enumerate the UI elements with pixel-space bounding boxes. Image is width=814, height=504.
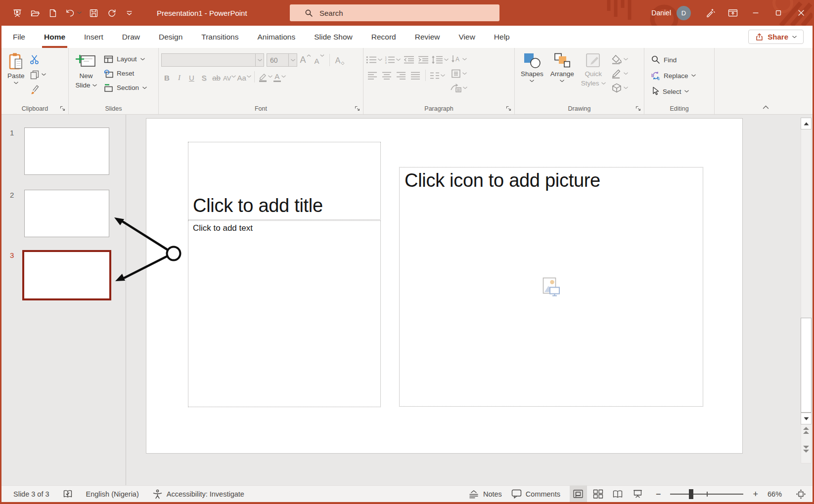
shape-fill-button[interactable] [611, 53, 628, 65]
tab-view[interactable]: View [450, 26, 485, 48]
font-size-combo[interactable]: 60 [267, 53, 297, 67]
tab-review[interactable]: Review [406, 26, 450, 48]
justify-button[interactable] [409, 69, 421, 82]
vertical-scrollbar[interactable] [801, 118, 812, 463]
new-file-button[interactable] [46, 5, 59, 20]
text-direction-button[interactable]: A [450, 53, 467, 65]
slide-indicator[interactable]: Slide 3 of 3 [13, 486, 49, 503]
new-slide-button[interactable]: New Slide [71, 51, 101, 91]
slide-sorter-view-button[interactable] [589, 486, 607, 503]
text-highlight-button[interactable] [258, 71, 272, 83]
tab-design[interactable]: Design [149, 26, 192, 48]
slideshow-view-button[interactable] [629, 486, 646, 503]
underline-button[interactable]: U [186, 71, 197, 83]
font-color-button[interactable]: A [273, 71, 286, 83]
layout-button[interactable]: Layout [101, 52, 150, 66]
select-button[interactable]: Select [648, 84, 698, 98]
reset-button[interactable]: Reset [101, 66, 150, 81]
open-button[interactable] [28, 5, 42, 20]
next-slide-button[interactable] [801, 443, 812, 455]
character-spacing-button[interactable]: AV [223, 71, 236, 83]
ribbon-display-options-button[interactable] [722, 0, 744, 26]
replace-button[interactable]: bc Replace [648, 69, 698, 83]
tab-record[interactable]: Record [362, 26, 406, 48]
title-placeholder[interactable]: Click to add title [188, 142, 381, 220]
increase-indent-button[interactable] [417, 53, 429, 66]
italic-button[interactable]: I [174, 71, 185, 83]
start-slideshow-button[interactable] [10, 5, 24, 20]
search-box[interactable]: Search [290, 4, 499, 21]
numbering-button[interactable]: 123 [384, 53, 401, 66]
shapes-button[interactable]: Shapes [517, 51, 547, 84]
arrange-button[interactable]: Arrange [547, 51, 578, 84]
grow-font-button[interactable]: A [300, 54, 311, 66]
change-case-button[interactable]: Aa [237, 71, 251, 83]
notes-button[interactable]: Notes [468, 486, 502, 503]
tab-transitions[interactable]: Transitions [192, 26, 248, 48]
find-button[interactable]: Find [648, 53, 698, 67]
fit-slide-to-window-button[interactable] [796, 486, 806, 503]
font-dialog-launcher[interactable] [354, 105, 361, 112]
undo-button[interactable] [64, 5, 83, 20]
clear-formatting-button[interactable]: A [334, 54, 346, 66]
minimize-button[interactable] [744, 0, 767, 26]
avatar[interactable]: D [677, 6, 691, 20]
shape-effects-button[interactable] [611, 82, 628, 94]
close-button[interactable] [790, 0, 813, 26]
comments-button[interactable]: Comments [511, 486, 560, 503]
zoom-level[interactable]: 66% [768, 486, 786, 503]
whats-new-button[interactable] [699, 0, 722, 26]
scrollbar-thumb[interactable] [801, 318, 812, 413]
customize-quick-access-button[interactable] [123, 5, 136, 20]
quick-styles-button[interactable]: Quick Styles [578, 51, 609, 89]
maximize-button[interactable] [767, 0, 790, 26]
line-spacing-button[interactable] [431, 53, 449, 66]
font-name-combo[interactable] [161, 53, 264, 67]
zoom-out-button[interactable]: − [656, 486, 661, 503]
scroll-up-button[interactable] [801, 118, 812, 129]
tab-home[interactable]: Home [35, 26, 75, 48]
tab-help[interactable]: Help [485, 26, 519, 48]
tab-file[interactable]: File [3, 26, 35, 48]
collapse-ribbon-button[interactable] [763, 102, 769, 111]
thumbnail-slide-1[interactable]: 1 [1, 127, 109, 175]
columns-button[interactable] [430, 69, 445, 82]
tab-draw[interactable]: Draw [113, 26, 149, 48]
tab-animations[interactable]: Animations [248, 26, 305, 48]
format-painter-button[interactable] [28, 84, 47, 95]
share-button[interactable]: Share [748, 30, 804, 44]
scroll-down-button[interactable] [801, 413, 812, 424]
align-center-button[interactable] [380, 69, 393, 82]
reading-view-button[interactable] [609, 486, 627, 503]
cut-button[interactable] [28, 54, 47, 65]
thumbnail-image-1[interactable] [24, 127, 109, 175]
redo-button[interactable] [105, 5, 118, 20]
zoom-slider-thumb[interactable] [689, 489, 693, 499]
save-button[interactable] [87, 5, 100, 20]
zoom-in-button[interactable]: + [753, 486, 758, 503]
bold-button[interactable]: B [161, 71, 173, 83]
align-left-button[interactable] [366, 69, 378, 82]
paste-button[interactable]: Paste [4, 51, 28, 85]
copy-button[interactable] [28, 69, 47, 80]
clipboard-dialog-launcher[interactable] [59, 105, 66, 112]
tab-slide-show[interactable]: Slide Show [305, 26, 362, 48]
thumbnail-slide-3-selected[interactable]: 3 [1, 250, 111, 300]
text-shadow-button[interactable]: S [198, 71, 210, 83]
bullets-button[interactable] [366, 53, 382, 66]
accessibility-checker-button[interactable]: Accessibility: Investigate [152, 486, 244, 503]
paragraph-dialog-launcher[interactable] [505, 105, 512, 112]
add-picture-icon[interactable] [543, 277, 560, 297]
shrink-font-button[interactable]: A [314, 54, 325, 66]
align-right-button[interactable] [395, 69, 407, 82]
align-text-button[interactable] [450, 67, 467, 80]
picture-placeholder[interactable]: Click icon to add picture [399, 167, 703, 407]
decrease-indent-button[interactable] [403, 53, 415, 66]
normal-view-button[interactable] [570, 486, 587, 503]
convert-to-smartart-button[interactable] [450, 82, 467, 94]
shape-outline-button[interactable] [611, 67, 628, 80]
language-button[interactable]: English (Nigeria) [86, 486, 139, 503]
previous-slide-button[interactable] [801, 425, 812, 437]
spellcheck-button[interactable] [63, 486, 73, 503]
thumbnail-image-3[interactable] [22, 250, 111, 300]
